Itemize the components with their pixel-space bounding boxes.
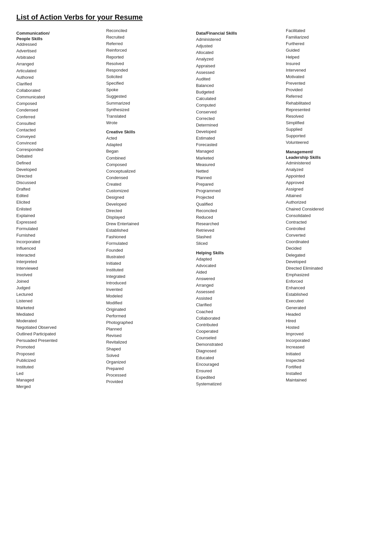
action-verb: Retrieved: [196, 227, 283, 234]
action-verb: Organized: [106, 359, 193, 365]
action-verb: Consolidated: [286, 212, 372, 219]
action-verb: Balanced: [196, 82, 283, 89]
action-verb: Allocated: [196, 49, 283, 56]
action-verb: Reconciled: [106, 27, 193, 34]
action-verb: Suggested: [106, 93, 193, 100]
action-verb: Supported: [286, 133, 372, 139]
action-verb: Rehabilitated: [286, 100, 372, 107]
action-verb: Counseled: [196, 335, 283, 341]
action-verb: Persuaded Presented: [16, 337, 103, 344]
action-verb: Installed: [286, 370, 372, 377]
action-verb: Directed: [106, 208, 193, 214]
action-verb: Conceptualized: [106, 168, 193, 175]
section-subheading: People Skills: [16, 36, 103, 41]
action-verb: Adapted: [106, 142, 193, 148]
action-verb: Guided: [286, 47, 372, 54]
action-verb: Interviewed: [16, 265, 103, 272]
action-verb: Executed: [286, 298, 372, 304]
action-verb: Referred: [106, 41, 193, 47]
action-verb: Netted: [196, 168, 283, 175]
action-verb: Intervened: [286, 67, 372, 74]
action-verb: Expressed: [16, 219, 103, 226]
action-verb: Adjusted: [196, 43, 283, 49]
action-verb: Enforced: [286, 278, 372, 285]
action-verb: Directed Eliminated: [286, 265, 372, 272]
action-verb: Marketed: [16, 305, 103, 311]
action-verb: Proposed: [16, 351, 103, 357]
action-verb: Facilitated: [286, 27, 372, 34]
action-verb: Computed: [196, 102, 283, 109]
action-verb: Mediated: [16, 311, 103, 318]
action-verb: Managed: [196, 148, 283, 155]
action-verb: Prepared: [196, 181, 283, 188]
action-verb: Reported: [106, 54, 193, 60]
action-verb: Contacted: [16, 127, 103, 133]
action-verb: Analyzed: [286, 166, 372, 173]
action-verb: Introduced: [106, 280, 193, 286]
action-verb: Authorized: [286, 199, 372, 206]
column-col4: FacilitatedFamiliarizedFurtheredGuidedHe…: [286, 27, 376, 383]
action-verb: Inspected: [286, 357, 372, 364]
action-verb: Developed: [286, 259, 372, 265]
action-verb: Systematized: [196, 381, 283, 387]
action-verb: Planned: [196, 175, 283, 181]
action-verb: Familiarized: [286, 34, 372, 41]
action-verb: Specified: [106, 80, 193, 87]
action-verb: Debated: [16, 153, 103, 160]
action-verb: Contracted: [286, 219, 372, 226]
action-verb: Founded: [106, 247, 193, 254]
action-verb: Coordinated: [286, 239, 372, 245]
action-verb: Merged: [16, 383, 103, 390]
action-verb: Administered: [286, 160, 372, 166]
action-verb: Delegated: [286, 252, 372, 259]
action-verb: Corrected: [196, 115, 283, 122]
action-verb: Initiated: [106, 260, 193, 267]
action-verb: Assessed: [196, 69, 283, 76]
action-verb: Convinced: [16, 140, 103, 146]
action-verb: Increased: [286, 344, 372, 350]
action-verb: Emphasized: [286, 272, 372, 278]
action-verb: Ensured: [196, 368, 283, 374]
action-verb: Consulted: [16, 120, 103, 127]
action-verb: Contributed: [196, 322, 283, 328]
action-verb: Administered: [196, 36, 283, 43]
action-verb: Represented: [286, 107, 372, 113]
action-verb: Designed: [106, 194, 193, 201]
action-verb: Calculated: [196, 95, 283, 102]
action-verb: Developed: [196, 128, 283, 135]
action-verb: Listened: [16, 298, 103, 304]
action-verb: Aided: [196, 269, 283, 276]
action-verb: Reinforced: [106, 47, 193, 54]
action-verb: Synthesized: [106, 107, 193, 113]
action-verb: Demonstrated: [196, 341, 283, 348]
action-verb: Decided: [286, 245, 372, 252]
action-verb: Elicited: [16, 199, 103, 206]
action-verb: Assigned: [286, 186, 372, 193]
action-verb: Wrote: [106, 120, 193, 126]
action-verb: Originated: [106, 306, 193, 313]
action-verb: Condensed: [16, 107, 103, 113]
section-heading: Helping Skills: [196, 250, 283, 255]
action-verb: Appointed: [286, 173, 372, 179]
action-verb: Adapted: [196, 256, 283, 262]
action-verb: Translated: [106, 113, 193, 120]
action-verb: Enhanced: [286, 285, 372, 291]
action-verb: Conserved: [196, 109, 283, 115]
action-verb: Reduced: [196, 214, 283, 221]
action-verb: Referred: [286, 93, 372, 100]
main-columns: Communication/People SkillsAddressedAdve…: [16, 27, 376, 390]
action-verb: Educated: [196, 355, 283, 361]
action-verb: Improved: [286, 331, 372, 337]
action-verb: Furnished: [16, 232, 103, 239]
action-verb: Arranged: [16, 61, 103, 67]
action-verb: Converted: [286, 232, 372, 239]
action-verb: Developed: [16, 166, 103, 173]
action-verb: Formulated: [16, 226, 103, 232]
action-verb: Modeled: [106, 293, 193, 299]
action-verb: Shaped: [106, 346, 193, 352]
action-verb: Solicited: [106, 74, 193, 80]
action-verb: Acted: [106, 135, 193, 142]
action-verb: Budgeted: [196, 89, 283, 95]
action-verb: Reconciled: [196, 208, 283, 214]
action-verb: Provided: [286, 87, 372, 93]
